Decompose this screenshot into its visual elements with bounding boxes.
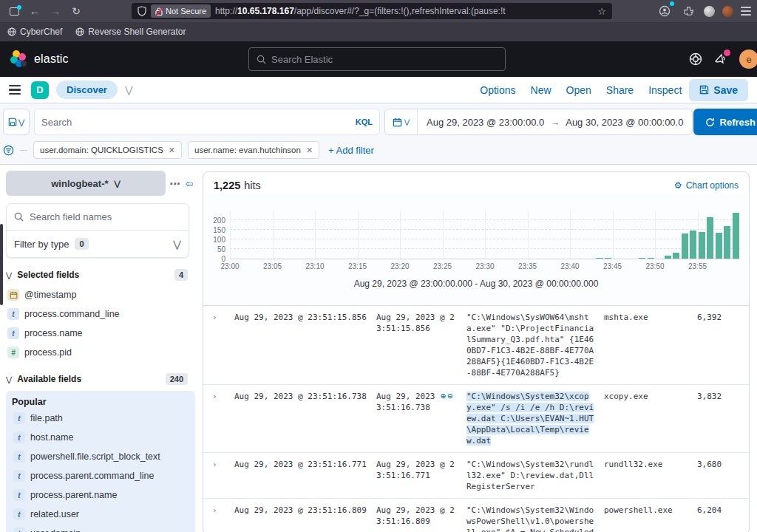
cell-time[interactable]: Aug 29, 2023 @ 23:51:16.809 bbox=[234, 505, 369, 532]
field-item[interactable]: trelated.user bbox=[12, 505, 189, 524]
field-item[interactable]: #process.pid bbox=[6, 343, 195, 362]
hits-histogram[interactable]: 05010015020023:0023:0523:1023:1523:2023:… bbox=[203, 194, 749, 305]
bookmark-cyberchef[interactable]: CyberChef bbox=[7, 27, 62, 37]
cell-timestamp[interactable]: Aug 29, 2023 @ 23:51:16.771 bbox=[376, 459, 459, 492]
saved-query-menu-button[interactable]: ⋁ bbox=[3, 109, 30, 135]
available-fields-header[interactable]: ⋁ Available fields 240 bbox=[6, 373, 195, 385]
kql-badge[interactable]: KQL bbox=[356, 117, 373, 126]
remove-filter-icon[interactable]: ✕ bbox=[169, 146, 175, 155]
nav-link-open[interactable]: Open bbox=[566, 84, 591, 96]
help-icon[interactable] bbox=[689, 52, 702, 66]
add-filter-button[interactable]: + Add filter bbox=[328, 145, 374, 156]
cell-timestamp[interactable]: Aug 29, 2023 ⊕⊖ 3:51:16.738 bbox=[376, 391, 459, 446]
nav-link-share[interactable]: Share bbox=[606, 84, 634, 96]
cell-process-pid[interactable]: 3,680 bbox=[697, 459, 743, 492]
extensions-puzzle-icon[interactable] bbox=[680, 3, 696, 19]
field-item[interactable]: thost.name bbox=[12, 428, 189, 447]
cell-time[interactable]: Aug 29, 2023 @ 23:51:15.856 bbox=[234, 312, 369, 378]
main-menu-icon[interactable] bbox=[9, 85, 21, 95]
cell-process-name[interactable]: powershell.exe bbox=[604, 505, 690, 532]
field-search-input[interactable]: Search field names bbox=[7, 204, 189, 231]
histogram-bar[interactable] bbox=[605, 258, 611, 259]
field-options-icon[interactable]: ▪▪▪ bbox=[170, 179, 181, 188]
refresh-button[interactable]: Refresh bbox=[693, 109, 757, 135]
date-range-start[interactable]: Aug 29, 2023 @ 23:00:00.0 bbox=[427, 117, 544, 128]
discover-app-badge[interactable]: D bbox=[31, 81, 49, 99]
field-item[interactable]: tuser.domain bbox=[12, 524, 189, 532]
address-bar[interactable]: Not Secure http://10.65.178.167/app/disc… bbox=[132, 3, 612, 19]
expand-row-icon[interactable]: › bbox=[208, 312, 227, 378]
reload-button[interactable]: ↻ bbox=[68, 3, 84, 19]
cell-timestamp[interactable]: Aug 29, 2023 @ 23:51:16.809 bbox=[376, 505, 459, 532]
cell-process-pid[interactable]: 6,392 bbox=[697, 312, 743, 378]
histogram-bar[interactable] bbox=[596, 258, 602, 259]
remove-filter-icon[interactable]: ✕ bbox=[306, 146, 313, 155]
filter-pill[interactable]: user.name: evan.hutchinson✕ bbox=[188, 141, 319, 159]
histogram-bar[interactable] bbox=[639, 258, 645, 259]
cell-process-name[interactable]: xcopy.exe bbox=[604, 391, 690, 446]
field-item[interactable]: tprocess.name bbox=[6, 324, 195, 343]
histogram-bar[interactable] bbox=[682, 233, 688, 259]
user-avatar[interactable]: e bbox=[739, 50, 757, 69]
filter-pill[interactable]: user.domain: QUICKLOGISTICS✕ bbox=[33, 141, 182, 159]
expand-row-icon[interactable]: › bbox=[208, 459, 227, 492]
cell-time[interactable]: Aug 29, 2023 @ 23:51:16.738 bbox=[234, 391, 369, 446]
data-view-picker[interactable]: winlogbeat-* ⋁ bbox=[6, 171, 166, 196]
nav-link-inspect[interactable]: Inspect bbox=[648, 84, 682, 96]
calendar-menu-button[interactable]: ⋁ bbox=[385, 109, 418, 134]
filter-out-value-icon[interactable]: ⊖ bbox=[447, 391, 453, 401]
histogram-bar[interactable] bbox=[648, 258, 654, 259]
nav-link-options[interactable]: Options bbox=[480, 84, 515, 96]
histogram-bar[interactable] bbox=[673, 253, 679, 259]
newsfeed-icon[interactable] bbox=[714, 52, 727, 66]
extension-icon-gray[interactable] bbox=[704, 6, 715, 17]
save-button[interactable]: Save bbox=[689, 79, 748, 101]
breadcrumb-discover[interactable]: Discover bbox=[56, 81, 118, 99]
cell-time[interactable]: Aug 29, 2023 @ 23:51:16.771 bbox=[234, 459, 369, 492]
extension-icon-orange[interactable] bbox=[722, 6, 733, 17]
cell-process-pid[interactable]: 6,204 bbox=[697, 505, 743, 532]
bookmark-reverse-shell-generator[interactable]: Reverse Shell Generator bbox=[75, 27, 186, 37]
cell-command-line[interactable]: "C:\Windows\System32\xcopy.exe" /s /i /e… bbox=[466, 391, 597, 446]
back-button[interactable]: ← bbox=[27, 3, 43, 19]
chart-options-button[interactable]: ⚙ Chart options bbox=[674, 180, 739, 191]
cell-process-name[interactable]: mshta.exe bbox=[604, 312, 690, 378]
histogram-bar[interactable] bbox=[733, 213, 739, 259]
cell-timestamp[interactable]: Aug 29, 2023 @ 23:51:15.856 bbox=[376, 312, 459, 378]
global-search-input[interactable]: Search Elastic bbox=[248, 47, 506, 71]
breadcrumb-caret-icon[interactable]: ⋁ bbox=[125, 84, 133, 95]
elastic-logo[interactable] bbox=[9, 50, 28, 69]
expand-row-icon[interactable]: › bbox=[208, 391, 227, 446]
date-range-end[interactable]: Aug 30, 2023 @ 00:00:00.0 bbox=[566, 117, 683, 128]
cell-command-line[interactable]: "C:\Windows\System32\rundll32.exe" D:\re… bbox=[466, 459, 597, 492]
histogram-bar[interactable] bbox=[690, 231, 696, 259]
filter-by-type-button[interactable]: Filter by type 0 ⋁ bbox=[7, 231, 189, 257]
selected-fields-header[interactable]: ⋁ Selected fields 4 bbox=[6, 269, 195, 281]
field-item[interactable]: tprocess.command_line bbox=[6, 304, 195, 324]
histogram-bar[interactable] bbox=[724, 226, 730, 259]
field-item[interactable]: tpowershell.file.script_block_text bbox=[12, 447, 189, 466]
cell-process-pid[interactable]: 3,832 bbox=[697, 391, 743, 446]
filter-for-value-icon[interactable]: ⊕ bbox=[440, 391, 447, 401]
kql-search-input[interactable]: Search KQL bbox=[34, 109, 380, 135]
collapse-sidebar-icon[interactable]: ⇦ bbox=[186, 178, 194, 189]
cell-process-name[interactable]: rundll32.exe bbox=[604, 459, 690, 492]
account-icon[interactable] bbox=[656, 3, 673, 19]
field-item[interactable]: tprocess.parent.name bbox=[12, 485, 189, 505]
histogram-bar[interactable] bbox=[699, 232, 705, 259]
tab-icon[interactable] bbox=[6, 3, 22, 19]
histogram-bar[interactable] bbox=[716, 233, 722, 259]
field-item[interactable]: tprocess.parent.command_line bbox=[12, 466, 189, 485]
tracking-shield-icon[interactable] bbox=[138, 6, 146, 16]
browser-menu-icon[interactable] bbox=[741, 7, 751, 15]
not-secure-badge[interactable]: Not Secure bbox=[151, 4, 211, 18]
filter-icon[interactable] bbox=[3, 145, 14, 156]
nav-link-new[interactable]: New bbox=[531, 84, 551, 96]
cell-command-line[interactable]: "C:\Windows\System32\WindowsPowerShell\v… bbox=[466, 505, 597, 532]
expand-row-icon[interactable]: › bbox=[208, 505, 227, 532]
cell-command-line[interactable]: "C:\Windows\SysWOW64\mshta.exe" "D:\Proj… bbox=[466, 312, 597, 378]
histogram-bar[interactable] bbox=[707, 217, 713, 259]
field-item[interactable]: @timestamp bbox=[6, 285, 195, 304]
field-item[interactable]: tfile.path bbox=[12, 409, 189, 428]
histogram-bar[interactable] bbox=[665, 256, 671, 259]
